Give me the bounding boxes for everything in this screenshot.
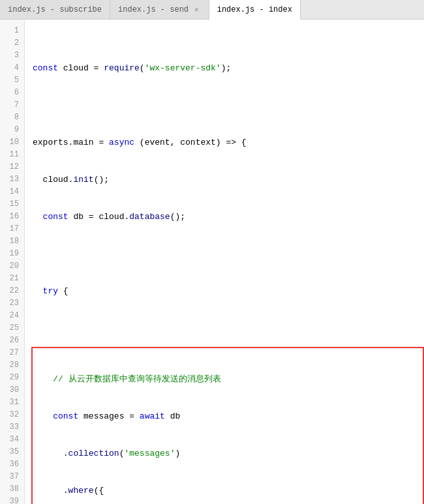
tab-subscribe[interactable]: index.js - subscribe	[0, 0, 110, 19]
code-line-9: const messages = await db	[33, 410, 423, 422]
code-editor[interactable]: const cloud = require('wx-server-sdk'); …	[25, 20, 424, 504]
code-line-6	[33, 248, 424, 260]
tab-bar: index.js - subscribe index.js - send ✕ i…	[0, 0, 424, 20]
line-numbers: 1 2 3 4 5 6 7 8 9 10 11 12 13 14 15 16 1…	[0, 20, 25, 504]
code-line-3: exports.main = async (event, context) =>…	[33, 136, 424, 149]
tab-subscribe-label: index.js - subscribe	[8, 5, 102, 14]
code-line-7: try {	[33, 285, 424, 297]
code-line-4: cloud.init();	[33, 173, 424, 186]
code-line-2	[33, 99, 424, 111]
tab-index-label: index.js - index	[217, 5, 292, 14]
tab-send-label: index.js - send	[118, 5, 189, 14]
highlighted-code-block: // 从云开数据库中查询等待发送的消息列表 const messages = a…	[31, 347, 424, 504]
editor-area: 1 2 3 4 5 6 7 8 9 10 11 12 13 14 15 16 1…	[0, 20, 424, 504]
tab-send-close[interactable]: ✕	[192, 5, 201, 14]
tab-send[interactable]: index.js - send ✕	[110, 0, 209, 19]
code-line-10: .collection('messages')	[33, 447, 423, 460]
code-line-11: .where({	[33, 484, 423, 497]
code-line-1: const cloud = require('wx-server-sdk');	[33, 62, 424, 74]
code-line-5: const db = cloud.database();	[33, 211, 424, 223]
code-line-8: // 从云开数据库中查询等待发送的消息列表	[33, 373, 423, 385]
tab-index[interactable]: index.js - index	[209, 0, 301, 20]
